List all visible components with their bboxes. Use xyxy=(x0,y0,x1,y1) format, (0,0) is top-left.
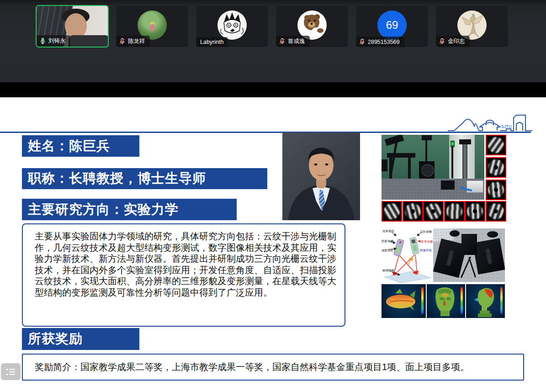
participant-name-tag: Labyrinth xyxy=(196,37,228,47)
participant-name-tag: 陈龙祥 xyxy=(116,36,150,47)
steel-cylinder xyxy=(462,143,467,179)
schematic-drawing xyxy=(382,228,433,283)
participant-name-tag: 首成逸 xyxy=(276,36,310,47)
anime-sketch xyxy=(217,11,247,40)
research-field-header: 主要研究方向：实验力学 xyxy=(22,199,237,220)
research-description-text: 主要从事实验固体力学领域的研究，具体研究方向包括：云纹干涉与光栅制作，几何云纹技… xyxy=(35,231,336,298)
led-post xyxy=(451,147,453,178)
fish-scan xyxy=(382,284,426,318)
name-header: 姓名：陈巨兵 xyxy=(22,135,139,157)
schematic-label: 光学系统 xyxy=(382,229,394,233)
fringe-pattern xyxy=(423,201,444,222)
participant-name: 首成逸 xyxy=(288,37,305,45)
mic-muted-icon xyxy=(359,38,366,45)
participant-tiles: 刘铸永 陈龙祥 xyxy=(36,5,509,48)
schematic-label: 被测物体 xyxy=(382,269,394,273)
fringe-pattern xyxy=(403,201,423,222)
letterbox-bar xyxy=(0,82,546,97)
face-scan xyxy=(427,284,465,318)
instrument-box xyxy=(382,159,387,171)
projection-moire-figure: 光学系统 投影光栅 成影系统 云纹成像 参考光栅 图像采集 被测物体 xyxy=(382,228,505,318)
person-shoulder xyxy=(69,35,109,48)
participant-name: 陈龙祥 xyxy=(128,37,145,45)
center-camera-unit xyxy=(461,234,477,255)
schematic-label: 云纹成像 xyxy=(420,230,432,234)
lens-cap xyxy=(487,231,498,238)
fringe-pattern xyxy=(382,201,402,222)
list-icon xyxy=(6,368,16,376)
video-strip: 刘铸永 陈龙祥 xyxy=(0,0,546,82)
title-header-label: 职称：长聘教授，博士生导师 xyxy=(28,170,206,188)
schematic-label: 投影光栅 xyxy=(382,239,393,244)
research-field-label: 主要研究方向：实验力学 xyxy=(28,201,179,219)
color-scale-bar xyxy=(500,287,503,314)
participant-tile-liu-zhuyong[interactable]: 刘铸永 xyxy=(36,5,109,48)
avatar-number: 69 xyxy=(386,19,398,32)
participant-tile-shou-chengyi[interactable]: 首成逸 xyxy=(276,5,349,48)
scan-result-head-profile xyxy=(466,284,505,318)
portrait-illustration xyxy=(282,132,360,220)
meeting-window: 刘铸永 陈龙祥 xyxy=(0,0,546,392)
number-avatar: 69 xyxy=(377,11,407,40)
awards-header-label: 所获奖励 xyxy=(28,330,83,348)
participant-name: 金印志 xyxy=(448,37,465,45)
cable xyxy=(468,257,476,278)
outline-tool-button[interactable] xyxy=(1,363,21,380)
schematic-label: 成影系统 xyxy=(382,249,393,253)
mic-on-icon xyxy=(39,37,46,44)
garden-figure xyxy=(151,24,154,32)
schematic-label: 参考光栅 xyxy=(421,240,433,244)
name-header-label: 姓名：陈巨兵 xyxy=(28,137,110,155)
instrument-head xyxy=(459,139,471,144)
head-profile-scan xyxy=(466,284,505,318)
participant-name-tag: 2895153569 xyxy=(356,37,404,47)
mic-muted-icon xyxy=(439,38,445,45)
sjtu-skyline-logo: SJTU xyxy=(448,112,532,132)
participant-name: 刘铸永 xyxy=(48,37,66,45)
optical-lab-photo xyxy=(382,135,484,200)
table-box xyxy=(441,180,455,190)
schematic-label: 图像采集 xyxy=(420,249,432,253)
awards-text: 奖励简介：国家教学成果二等奖，上海市教学成果一等奖，国家自然科学基金重点项目1项… xyxy=(35,361,469,373)
projector-box-right xyxy=(472,238,505,274)
shared-slide: SJTU 姓名：陈巨兵 职称：长聘教授，博士生导师 主要研究方向：实验力学 xyxy=(0,97,546,392)
color-scale-bar xyxy=(461,287,463,314)
scan-result-fish xyxy=(382,284,426,318)
fringe-pattern xyxy=(486,157,506,178)
instrument-leg xyxy=(389,158,392,179)
instrument-platform xyxy=(387,153,415,158)
moire-lab-figure xyxy=(382,135,506,222)
anime-avatar xyxy=(217,11,247,40)
projector-units-photo xyxy=(433,228,505,282)
instrument-mount xyxy=(422,135,432,140)
title-header: 职称：长聘教授，博士生导师 xyxy=(22,168,267,189)
fringe-pattern xyxy=(444,201,465,222)
projection-schematic: 光学系统 投影光栅 成影系统 云纹成像 参考光栅 图像采集 被测物体 xyxy=(382,228,433,283)
fringe-pattern xyxy=(465,201,485,222)
logo-text: SJTU xyxy=(501,124,512,129)
lens-cap xyxy=(450,230,460,237)
participant-name-tag: 金印志 xyxy=(436,36,470,47)
lens-assembly xyxy=(419,161,435,179)
professor-portrait xyxy=(282,132,360,220)
participant-name-tag: 刘铸永 xyxy=(37,35,70,47)
mic-muted-icon xyxy=(279,38,286,45)
fringe-pattern xyxy=(486,135,506,155)
participant-tile-labyrinth[interactable]: Labyrinth xyxy=(196,5,269,48)
awards-header: 所获奖励 xyxy=(22,328,139,350)
mic-muted-icon xyxy=(119,38,126,45)
fringe-pattern xyxy=(486,201,506,222)
fringe-pattern xyxy=(486,180,506,200)
participant-tile-chen-longxiang[interactable]: 陈龙祥 xyxy=(116,5,189,48)
participant-tile-2895153569[interactable]: 69 2895153569 xyxy=(355,5,429,48)
green-indicator-light xyxy=(451,141,455,147)
research-description-box: 主要从事实验固体力学领域的研究，具体研究方向包括：云纹干涉与光栅制作，几何云纹技… xyxy=(22,223,345,327)
participant-name: Labyrinth xyxy=(200,39,223,45)
participant-name: 2895153569 xyxy=(368,39,400,45)
accent-line xyxy=(0,132,531,133)
awards-box: 奖励简介：国家教学成果二等奖，上海市教学成果一等奖，国家自然科学基金重点项目1项… xyxy=(22,354,524,381)
scan-result-face xyxy=(427,284,465,318)
color-scale-bar xyxy=(421,287,424,314)
instrument-leg xyxy=(408,158,411,179)
participant-tile-jin-yinzhi[interactable]: 金印志 xyxy=(435,5,509,48)
